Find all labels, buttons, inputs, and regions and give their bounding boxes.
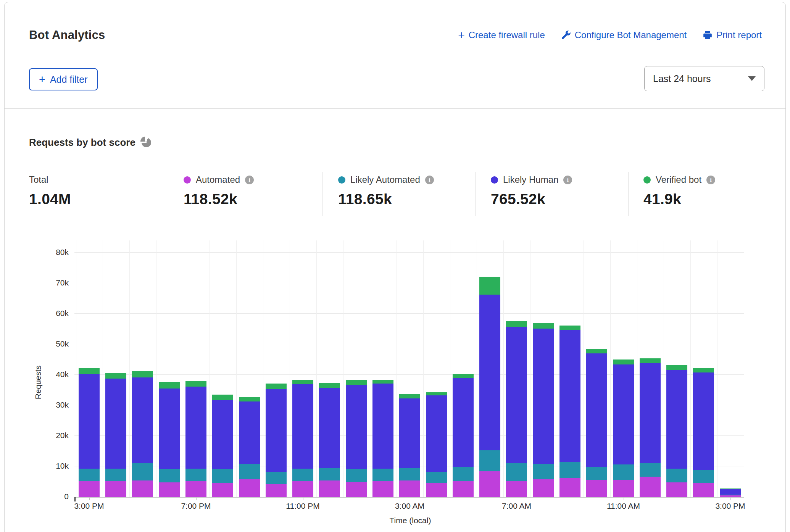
bar-segment-likely-human[interactable] — [720, 489, 741, 494]
bar-segment-verified-bot[interactable] — [319, 383, 340, 388]
info-icon[interactable]: i — [245, 176, 254, 184]
bar-segment-likely-human[interactable] — [693, 372, 714, 469]
bar-segment-likely-automated[interactable] — [346, 469, 367, 482]
bar-segment-automated[interactable] — [640, 477, 661, 497]
bar-segment-likely-automated[interactable] — [266, 472, 287, 484]
bar-segment-likely-automated[interactable] — [372, 469, 393, 481]
bar-group-2-00-pm[interactable] — [693, 368, 714, 497]
bar-segment-verified-bot[interactable] — [292, 380, 313, 384]
bar-group-5-00-pm[interactable] — [132, 371, 153, 497]
bar-segment-automated[interactable] — [399, 480, 420, 497]
print-report-link[interactable]: Print report — [703, 30, 762, 40]
info-icon[interactable]: i — [706, 176, 715, 184]
bar-segment-likely-automated[interactable] — [185, 469, 206, 481]
bar-segment-verified-bot[interactable] — [105, 373, 126, 378]
bar-segment-likely-human[interactable] — [640, 363, 661, 463]
bar-segment-likely-human[interactable] — [613, 364, 634, 464]
bar-segment-verified-bot[interactable] — [159, 382, 180, 389]
bar-segment-automated[interactable] — [159, 482, 180, 497]
bar-segment-automated[interactable] — [132, 480, 153, 497]
bar-segment-likely-automated[interactable] — [479, 450, 500, 471]
bar-segment-likely-automated[interactable] — [105, 469, 126, 481]
bar-segment-verified-bot[interactable] — [479, 277, 500, 295]
bar-segment-likely-automated[interactable] — [666, 469, 687, 482]
bar-segment-likely-human[interactable] — [132, 377, 153, 463]
bar-segment-verified-bot[interactable] — [506, 321, 527, 326]
bar-group-2-00-am[interactable] — [372, 380, 393, 497]
bar-segment-verified-bot[interactable] — [613, 360, 634, 364]
bar-segment-likely-automated[interactable] — [132, 463, 153, 480]
bar-segment-verified-bot[interactable] — [239, 397, 260, 401]
bar-segment-automated[interactable] — [346, 482, 367, 497]
bar-group-10-00-am[interactable] — [586, 349, 607, 497]
bar-group-3-00-pm[interactable] — [79, 368, 100, 497]
bar-segment-likely-human[interactable] — [586, 353, 607, 467]
bar-segment-automated[interactable] — [239, 479, 260, 497]
bar-segment-likely-automated[interactable] — [159, 469, 180, 482]
bar-segment-likely-human[interactable] — [372, 384, 393, 469]
bar-segment-likely-human[interactable] — [453, 378, 474, 468]
bar-segment-verified-bot[interactable] — [640, 358, 661, 363]
bar-group-8-00-pm[interactable] — [212, 395, 233, 497]
bar-segment-likely-automated[interactable] — [426, 472, 447, 483]
bar-segment-verified-bot[interactable] — [586, 349, 607, 353]
bar-segment-verified-bot[interactable] — [185, 381, 206, 387]
bar-segment-verified-bot[interactable] — [693, 368, 714, 372]
bar-segment-automated[interactable] — [479, 471, 500, 497]
bar-segment-automated[interactable] — [586, 480, 607, 497]
bar-segment-verified-bot[interactable] — [79, 368, 100, 374]
bar-segment-verified-bot[interactable] — [372, 380, 393, 384]
bar-segment-likely-human[interactable] — [319, 388, 340, 468]
bar-segment-likely-automated[interactable] — [613, 464, 634, 480]
bar-segment-likely-automated[interactable] — [212, 469, 233, 483]
bar-segment-likely-human[interactable] — [212, 400, 233, 469]
info-icon[interactable]: i — [425, 176, 434, 184]
bar-segment-automated[interactable] — [613, 480, 634, 497]
bar-segment-likely-human[interactable] — [426, 395, 447, 472]
bar-segment-automated[interactable] — [319, 480, 340, 497]
bar-segment-verified-bot[interactable] — [212, 395, 233, 400]
create-firewall-rule-link[interactable]: + Create firewall rule — [458, 30, 545, 40]
bar-group-9-00-am[interactable] — [559, 326, 580, 497]
bar-segment-automated[interactable] — [666, 482, 687, 497]
bar-segment-verified-bot[interactable] — [346, 380, 367, 385]
bar-segment-likely-human[interactable] — [666, 370, 687, 469]
bar-segment-likely-human[interactable] — [266, 389, 287, 472]
bar-segment-verified-bot[interactable] — [533, 323, 554, 329]
bar-group-7-00-pm[interactable] — [185, 381, 206, 497]
bar-segment-likely-human[interactable] — [159, 389, 180, 469]
bar-segment-likely-automated[interactable] — [693, 470, 714, 483]
bar-segment-likely-automated[interactable] — [640, 463, 661, 477]
configure-bot-management-link[interactable]: Configure Bot Management — [561, 30, 687, 40]
bar-segment-likely-human[interactable] — [399, 398, 420, 468]
bar-segment-automated[interactable] — [559, 478, 580, 497]
bar-segment-automated[interactable] — [79, 481, 100, 497]
bar-group-12-00-am[interactable] — [319, 383, 340, 497]
bar-segment-likely-human[interactable] — [479, 295, 500, 450]
bar-segment-verified-bot[interactable] — [559, 326, 580, 329]
bar-segment-automated[interactable] — [292, 481, 313, 497]
bar-group-6-00-pm[interactable] — [159, 382, 180, 497]
bar-group-9-00-pm[interactable] — [239, 397, 260, 497]
bar-group-4-00-pm[interactable] — [105, 373, 126, 497]
bar-segment-verified-bot[interactable] — [266, 384, 287, 389]
bar-segment-automated[interactable] — [426, 483, 447, 497]
bar-segment-likely-automated[interactable] — [399, 468, 420, 480]
info-icon[interactable]: i — [563, 176, 572, 184]
bar-segment-likely-human[interactable] — [533, 329, 554, 464]
bar-group-8-00-am[interactable] — [533, 323, 554, 497]
bar-segment-likely-human[interactable] — [105, 379, 126, 469]
bar-segment-likely-automated[interactable] — [533, 464, 554, 479]
add-filter-button[interactable]: + Add filter — [29, 68, 98, 90]
bar-segment-automated[interactable] — [693, 483, 714, 497]
bar-group-5-00-am[interactable] — [453, 374, 474, 497]
bar-segment-verified-bot[interactable] — [453, 374, 474, 378]
bar-group-4-00-am[interactable] — [426, 392, 447, 497]
bar-group-6-00-am[interactable] — [479, 277, 500, 497]
bar-group-3-00-am[interactable] — [399, 394, 420, 497]
bar-segment-likely-human[interactable] — [79, 374, 100, 469]
bar-segment-likely-human[interactable] — [506, 327, 527, 463]
time-range-select[interactable]: Last 24 hours — [644, 66, 764, 91]
bar-group-1-00-pm[interactable] — [666, 365, 687, 497]
bar-segment-likely-human[interactable] — [346, 385, 367, 469]
